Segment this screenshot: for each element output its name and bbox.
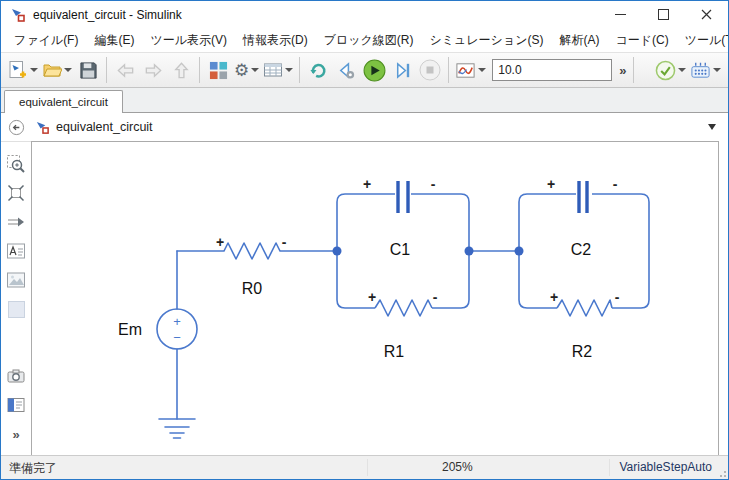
new-model-button[interactable]	[6, 56, 40, 84]
minimize-button[interactable]	[599, 1, 642, 28]
annotation-icon	[6, 241, 26, 261]
step-back-button[interactable]	[332, 56, 360, 84]
settings-gear-icon: ⚙	[234, 62, 249, 79]
back-icon	[115, 60, 136, 81]
model-config-button[interactable]	[261, 56, 295, 84]
screenshot-icon	[6, 366, 26, 386]
menu-tools[interactable]: ツール(T)	[677, 29, 729, 52]
c1-capacitor-plates[interactable]	[398, 181, 408, 213]
palette-more-button[interactable]: »	[5, 424, 27, 444]
r1-minus-sign: -	[433, 289, 438, 305]
area-button[interactable]	[5, 299, 27, 319]
open-button[interactable]	[40, 56, 74, 84]
sim-stop-time-input[interactable]	[492, 59, 612, 81]
model-config-icon	[263, 60, 283, 80]
back-button[interactable]	[111, 56, 139, 84]
c2-capacitor-plates[interactable]	[579, 181, 587, 213]
model-canvas[interactable]: + − Em + - R0 + - C1	[31, 141, 719, 455]
zoom-select-button[interactable]	[5, 154, 27, 174]
block-c1-r1-loop[interactable]: + - C1 + - R1	[337, 176, 469, 360]
block-ground[interactable]	[159, 419, 195, 438]
wires[interactable]	[177, 251, 519, 419]
new-model-dropdown-icon[interactable]	[30, 68, 38, 72]
annotation-button[interactable]	[5, 241, 27, 261]
model-advisor-button[interactable]	[653, 56, 688, 84]
sdi-scope-icon	[455, 60, 476, 81]
browser-toggle-cell	[1, 119, 31, 136]
model-config-dropdown-icon[interactable]	[285, 68, 293, 72]
tab-equivalent-circuit[interactable]: equivalent_circuit	[4, 90, 123, 113]
library-browser-button[interactable]	[204, 56, 232, 84]
main-area: » + − E	[1, 141, 728, 455]
toolbar-separator	[633, 57, 634, 83]
simulink-logo-icon	[10, 7, 26, 23]
save-button[interactable]	[74, 56, 102, 84]
node-2[interactable]	[465, 247, 474, 256]
up-to-parent-button[interactable]	[167, 56, 195, 84]
node-3[interactable]	[515, 247, 524, 256]
close-icon	[701, 9, 712, 20]
menu-edit[interactable]: 編集(E)	[86, 29, 142, 52]
save-icon	[79, 61, 98, 80]
image-button[interactable]	[5, 270, 27, 290]
image-icon	[6, 270, 26, 290]
r2-minus-sign: -	[615, 289, 620, 305]
tab-strip: equivalent_circuit	[1, 88, 728, 113]
menu-code[interactable]: コード(C)	[607, 29, 676, 52]
r1-resistor[interactable]	[375, 300, 432, 316]
toolbar-separator	[199, 57, 200, 83]
maximize-button[interactable]	[642, 1, 685, 28]
step-forward-button[interactable]	[388, 56, 416, 84]
route-signal-icon	[6, 212, 26, 232]
advisor-dropdown-icon[interactable]	[678, 68, 686, 72]
r2-resistor[interactable]	[557, 300, 612, 316]
menu-diagram[interactable]: ブロック線図(R)	[316, 29, 422, 52]
c1-plus-sign: +	[363, 176, 371, 192]
breadcrumb-dropdown-icon[interactable]	[708, 124, 716, 130]
block-em-voltage-source[interactable]: + − Em	[118, 309, 197, 349]
data-inspector-button[interactable]	[453, 56, 488, 84]
run-button[interactable]	[360, 56, 388, 84]
model-settings-button[interactable]: ⚙	[232, 56, 261, 84]
open-dropdown-icon[interactable]	[64, 68, 72, 72]
fit-to-view-button[interactable]	[5, 183, 27, 203]
menu-simulation[interactable]: シミュレーション(S)	[421, 29, 551, 52]
zoom-select-icon	[6, 154, 26, 174]
control-panel-button[interactable]	[688, 56, 723, 84]
breadcrumb-model-name[interactable]: equivalent_circuit	[56, 120, 153, 134]
status-solver[interactable]: VariableStepAuto	[619, 460, 712, 474]
toolbar-overflow-chevron[interactable]: »	[616, 63, 629, 78]
control-panel-dropdown-icon[interactable]	[713, 68, 721, 72]
label-r2: R2	[572, 343, 593, 360]
minimize-icon	[615, 14, 626, 15]
menu-file[interactable]: ファイル(F)	[6, 29, 86, 52]
stop-button[interactable]	[416, 56, 444, 84]
circuit-svg: + − Em + - R0 + - C1	[32, 142, 718, 455]
forward-button[interactable]	[139, 56, 167, 84]
block-c2-r2-loop[interactable]: + - C2 + - R2	[519, 176, 649, 360]
status-divider	[367, 459, 368, 476]
status-zoom-level: 205%	[442, 460, 473, 474]
block-r0-resistor[interactable]: + - R0	[216, 234, 287, 297]
route-signal-button[interactable]	[5, 212, 27, 232]
viewmarks-button[interactable]	[5, 395, 27, 415]
settings-dropdown-icon[interactable]	[251, 68, 259, 72]
resize-grip-icon[interactable]	[717, 468, 726, 477]
menu-analysis[interactable]: 解析(A)	[551, 29, 607, 52]
library-browser-icon	[209, 61, 228, 80]
hide-browser-icon[interactable]	[8, 119, 25, 136]
window-title: equivalent_circuit - Simulink	[33, 8, 182, 22]
node-1[interactable]	[333, 247, 342, 256]
menu-display[interactable]: 情報表示(D)	[235, 29, 316, 52]
status-bar: 準備完了 205% VariableStepAuto	[1, 455, 728, 479]
screenshot-button[interactable]	[5, 366, 27, 386]
up-icon	[171, 60, 192, 81]
toolbar-separator	[299, 57, 300, 83]
control-panel-icon	[690, 60, 711, 81]
scrollbar-gutter[interactable]	[719, 141, 728, 455]
update-model-button[interactable]	[304, 56, 332, 84]
close-button[interactable]	[685, 1, 728, 28]
palette-sidebar: »	[1, 141, 31, 455]
menu-view[interactable]: ツール表示(V)	[142, 29, 235, 52]
data-inspector-dropdown-icon[interactable]	[478, 68, 486, 72]
